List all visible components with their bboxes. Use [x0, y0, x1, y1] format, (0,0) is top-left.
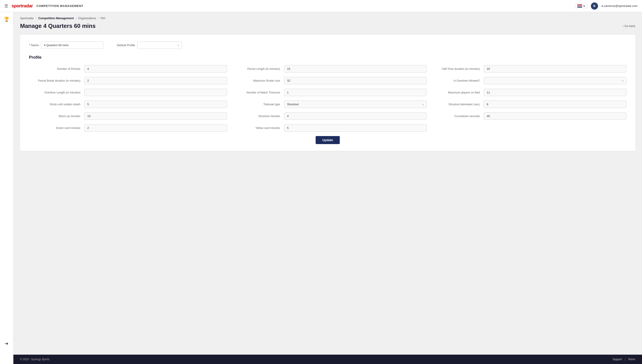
- breadcrumb-fih[interactable]: FIH: [101, 16, 105, 20]
- shootout-minutes-input[interactable]: [284, 112, 427, 120]
- top-nav: ☰ sportradar COMPETITION MANAGEMENT ∨ B …: [0, 0, 642, 12]
- half-time-duration-input[interactable]: [484, 65, 626, 72]
- chevron-left-icon: ‹: [622, 24, 623, 28]
- arrow-icon[interactable]: ➜: [5, 341, 9, 346]
- shootout-minutes-label: Shootout minutes: [229, 115, 282, 118]
- overtime-length-input[interactable]: [84, 89, 227, 96]
- language-selector[interactable]: ∨: [575, 3, 587, 9]
- profile-row-2: Period Break duration (in minutes) Maxim…: [29, 77, 626, 84]
- green-card-input[interactable]: [84, 124, 227, 132]
- breadcrumb-sep-3: ›: [98, 17, 99, 20]
- profile-section: Profile Number of Periods Period Length …: [29, 55, 626, 132]
- half-time-duration-label: Half Time duration (in minutes): [428, 67, 482, 70]
- sidebar: 🏆 ➜: [0, 12, 14, 364]
- match-timeouts-label: Number of Match Timeouts: [229, 91, 282, 94]
- hamburger-button[interactable]: ☰: [5, 4, 8, 8]
- go-back-button[interactable]: ‹ Go back: [622, 24, 635, 28]
- number-of-periods-label: Number of Periods: [29, 67, 83, 70]
- profile-row-3: Overtime Length (in minutes) Number of M…: [29, 89, 626, 96]
- warm-up-label: Warm up minutes: [29, 115, 83, 118]
- avatar: B: [591, 2, 598, 10]
- page-title: Manage 4 Quarters 60 mins: [20, 22, 96, 30]
- footer: © 2023 - Synergy Sports Support | Terms: [14, 355, 642, 364]
- shootout-tiebreaker-label: Shootout tiebreaker (sec): [428, 103, 482, 106]
- shots-sudden-input[interactable]: [84, 100, 227, 108]
- go-back-label: Go back: [624, 24, 635, 28]
- logo: sportradar: [12, 3, 33, 8]
- max-roster-label: Maximum Roster size: [229, 79, 282, 82]
- period-break-input[interactable]: [84, 77, 227, 84]
- green-card-label: Green card minutes: [29, 126, 83, 130]
- tiebreak-type-label: Tiebreak type: [229, 103, 282, 106]
- breadcrumb-sportradar[interactable]: Sportradar: [20, 16, 34, 20]
- max-players-label: Maximum players on field: [428, 91, 482, 94]
- max-players-input[interactable]: [484, 89, 626, 96]
- overtime-length-label: Overtime Length (in minutes): [29, 91, 83, 94]
- shootout-tiebreaker-input[interactable]: [484, 100, 626, 108]
- warm-up-input[interactable]: [84, 112, 227, 120]
- default-profile-label: Default Profile: [117, 44, 135, 47]
- breadcrumb-competition-management[interactable]: Competition Management: [38, 16, 74, 20]
- footer-links: Support | Terms: [612, 358, 635, 361]
- breadcrumb-organizations[interactable]: Organizations: [78, 16, 96, 20]
- footer-separator: |: [624, 358, 625, 361]
- period-length-input[interactable]: [284, 65, 427, 72]
- update-button[interactable]: Update: [316, 136, 340, 144]
- countdown-seconds-input[interactable]: [484, 112, 626, 120]
- name-label: * Name: [29, 44, 39, 47]
- profile-section-title: Profile: [29, 55, 626, 60]
- period-length-label: Period Length (in minutes): [229, 67, 282, 70]
- yellow-card-label: Yellow card minutes: [229, 126, 282, 130]
- chevron-down-icon: ∨: [583, 4, 585, 8]
- terms-link[interactable]: Terms: [628, 358, 635, 361]
- form-card: * Name Default Profile Profile Number of…: [20, 35, 635, 151]
- user-email: b.cameron@sportradar.com: [602, 4, 637, 8]
- countdown-seconds-label: Countdown seconds: [428, 115, 482, 118]
- match-timeouts-input[interactable]: [284, 89, 427, 96]
- trophy-icon[interactable]: 🏆: [4, 16, 9, 22]
- profile-row-4: Shots until sudden death Tiebreak type S…: [29, 100, 626, 108]
- page-header: Manage 4 Quarters 60 mins ‹ Go back: [20, 22, 635, 30]
- name-input[interactable]: [41, 42, 103, 49]
- main-content: Sportradar › Competition Management › Or…: [14, 12, 642, 355]
- app-title: COMPETITION MANAGEMENT: [36, 4, 84, 8]
- support-link[interactable]: Support: [612, 358, 622, 361]
- period-break-label: Period Break duration (in minutes): [29, 79, 83, 82]
- breadcrumb: Sportradar › Competition Management › Or…: [20, 16, 635, 20]
- default-profile-select[interactable]: [137, 42, 182, 49]
- yellow-card-input[interactable]: [284, 124, 427, 132]
- nav-right: ∨ B b.cameron@sportradar.com: [575, 2, 637, 10]
- is-overtime-select[interactable]: [484, 77, 626, 84]
- max-roster-input[interactable]: [284, 77, 427, 84]
- shots-sudden-label: Shots until sudden death: [29, 103, 83, 106]
- tiebreak-type-select[interactable]: Shootout: [284, 100, 427, 108]
- profile-row-6: Green card minutes Yellow card minutes: [29, 124, 626, 132]
- profile-row-5: Warm up minutes Shootout minutes Countdo…: [29, 112, 626, 120]
- copyright: © 2023 - Synergy Sports: [20, 358, 50, 361]
- breadcrumb-sep-1: ›: [36, 17, 36, 20]
- number-of-periods-input[interactable]: [84, 65, 227, 72]
- flag-icon: [577, 4, 582, 8]
- profile-row-1: Number of Periods Period Length (in minu…: [29, 65, 626, 72]
- is-overtime-label: Is Overtime Allowed?: [428, 79, 482, 82]
- breadcrumb-sep-2: ›: [76, 17, 76, 20]
